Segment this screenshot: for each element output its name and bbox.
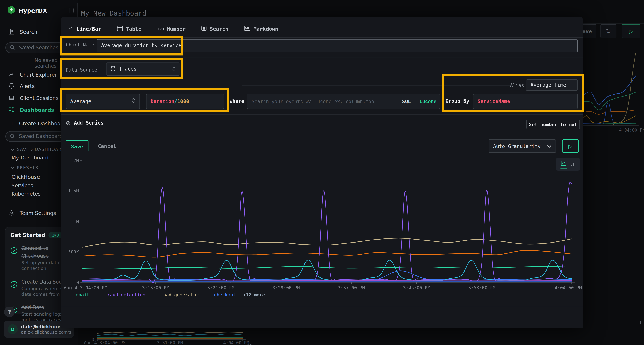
sidebar-collapse-icon[interactable] bbox=[66, 7, 74, 15]
database-icon bbox=[110, 66, 116, 73]
legend-item[interactable]: fraud-detection bbox=[97, 292, 146, 298]
chart-legend: emailfraud-detectionload-generatorchecko… bbox=[68, 292, 265, 298]
row-divider bbox=[61, 57, 583, 58]
get-started-title: Get Started bbox=[10, 232, 45, 238]
series-divider bbox=[242, 85, 513, 86]
data-source-label: Data Source bbox=[66, 67, 97, 73]
tab-line-bar[interactable]: Line/Bar bbox=[66, 20, 103, 37]
tile-resize-handle[interactable] bbox=[636, 318, 641, 326]
granularity-select[interactable]: Auto Granularity bbox=[488, 139, 556, 153]
check-circle-icon bbox=[10, 281, 18, 298]
chart-name-label: Chart Name bbox=[66, 42, 94, 47]
save-button[interactable]: Save bbox=[66, 140, 88, 152]
legend-swatch bbox=[153, 295, 158, 295]
chevron-down-icon bbox=[11, 147, 14, 152]
gear-icon bbox=[8, 210, 15, 216]
tabs-track bbox=[61, 37, 583, 38]
legend-swatch bbox=[97, 295, 102, 295]
sample-events-header[interactable]: Sample Matched Events bbox=[68, 328, 142, 328]
sidebar-item-my-dashboard[interactable]: My Dashboard bbox=[12, 154, 48, 161]
chart-name-input[interactable]: Average duration by service bbox=[96, 39, 578, 52]
svg-text:3:45:00 PM: 3:45:00 PM bbox=[403, 285, 430, 290]
legend-more-link[interactable]: +12 more bbox=[244, 344, 266, 345]
active-tab-underline bbox=[66, 37, 107, 38]
duration-chart[interactable]: 0500K1M1.5M2MAug 4 3:04:00 PM3:13:00 PM3… bbox=[64, 157, 582, 293]
chevron-down-icon bbox=[547, 143, 552, 149]
sql-toggle[interactable]: SQL bbox=[402, 99, 411, 104]
tab-number[interactable]: 123 Number bbox=[156, 20, 187, 37]
run-chart-button[interactable]: ▷ bbox=[562, 139, 579, 153]
refresh-button[interactable]: ↻ bbox=[600, 24, 616, 38]
svg-text:1M: 1M bbox=[74, 219, 79, 224]
cancel-button[interactable]: Cancel bbox=[98, 143, 116, 149]
svg-text:3:53:00 PM: 3:53:00 PM bbox=[468, 285, 496, 290]
legend-swatch bbox=[206, 295, 212, 295]
svg-text:1.5M: 1.5M bbox=[68, 188, 79, 193]
svg-text:3:29:00 PM: 3:29:00 PM bbox=[273, 285, 300, 290]
legend-item: fraud-detection bbox=[107, 344, 154, 345]
legend-item[interactable]: email bbox=[68, 292, 89, 298]
123-icon: 123 bbox=[157, 26, 164, 31]
dashboard-grid-icon bbox=[8, 106, 15, 113]
tab-table[interactable]: Table bbox=[115, 20, 143, 37]
add-series-button[interactable]: ⊕ Add Series bbox=[66, 120, 104, 126]
search-icon bbox=[10, 44, 15, 52]
chevron-down-icon bbox=[11, 165, 14, 170]
alias-input[interactable]: Average Time bbox=[526, 79, 578, 91]
set-number-format-button[interactable]: Set number format bbox=[526, 120, 580, 129]
legend-item[interactable]: load-generator bbox=[153, 292, 199, 298]
section-presets[interactable]: PRESETS bbox=[11, 165, 38, 170]
aggregation-select[interactable]: Average bbox=[66, 94, 140, 109]
laptop-icon bbox=[8, 95, 15, 101]
dashboard-preview-legend: emailfraud-detectionload-generatorchecko… bbox=[81, 344, 266, 345]
svg-text:0: 0 bbox=[76, 280, 79, 285]
legend-swatch bbox=[68, 295, 73, 295]
collapse-chevron-up-icon[interactable] bbox=[569, 328, 574, 328]
select-chevrons-icon bbox=[172, 66, 176, 72]
avatar: D bbox=[8, 324, 18, 334]
app-root: HyperDX Search No saved searches Chart E… bbox=[0, 0, 644, 345]
row-divider bbox=[61, 114, 583, 115]
legend-more-link[interactable]: +12 more bbox=[243, 292, 265, 298]
section-saved-dashboards[interactable]: SAVED DASHBOARDS bbox=[11, 147, 68, 152]
sidebar-item-preset[interactable]: Services bbox=[12, 182, 33, 188]
plus-icon: + bbox=[10, 120, 14, 126]
group-by-input[interactable]: ServiceName bbox=[473, 94, 578, 109]
svg-text:3:21:00 PM: 3:21:00 PM bbox=[207, 285, 234, 290]
get-started-progress-badge: 3/3 bbox=[49, 232, 62, 238]
svg-text:4:04:00 PM: 4:04:00 PM bbox=[619, 128, 644, 133]
text-caret bbox=[182, 43, 182, 48]
app-logo-text: HyperDX bbox=[18, 7, 47, 14]
search-doc-icon bbox=[8, 28, 15, 35]
sidebar-item-preset[interactable]: ClickHouse bbox=[12, 174, 40, 180]
edit-chart-modal: Line/Bar Table 123 Number Search Markdow… bbox=[61, 17, 583, 328]
user-subtitle: dale@clickhouse.com's bbox=[21, 330, 71, 335]
markdown-icon bbox=[244, 25, 250, 32]
svg-text:2M: 2M bbox=[74, 158, 79, 163]
tab-markdown[interactable]: Markdown bbox=[242, 20, 280, 37]
line-chart-icon bbox=[8, 71, 15, 78]
preview-legend-items: emailfraud-detectionload-generatorchecko… bbox=[81, 344, 238, 345]
line-chart-icon bbox=[68, 25, 74, 32]
page-title: My New Dashboard bbox=[81, 9, 146, 17]
lucene-toggle[interactable]: Lucene bbox=[419, 99, 436, 104]
bell-icon bbox=[8, 83, 15, 89]
app-logo[interactable]: HyperDX bbox=[7, 6, 47, 15]
sidebar-item-preset[interactable]: Kubernetes bbox=[12, 191, 40, 197]
legend-item[interactable]: checkout bbox=[206, 292, 236, 298]
topbar-separator bbox=[77, 3, 78, 18]
field-expression-input[interactable]: Duration/1000 bbox=[146, 94, 224, 109]
hyperdx-logo-icon bbox=[7, 6, 15, 15]
help-button[interactable]: ? bbox=[4, 307, 15, 317]
dashboard-run-button[interactable]: ▷ bbox=[622, 24, 640, 38]
plus-circle-icon: ⊕ bbox=[66, 120, 71, 126]
data-source-select[interactable]: Traces bbox=[106, 62, 180, 76]
tab-search[interactable]: Search bbox=[200, 20, 230, 37]
select-chevrons-icon bbox=[132, 98, 135, 104]
query-language-toggle[interactable]: SQL | Lucene bbox=[402, 99, 436, 104]
svg-text:3:13:00 PM: 3:13:00 PM bbox=[142, 285, 169, 290]
dashboard-preview-chart-right: 4:04:00 PM bbox=[583, 52, 644, 133]
legend-items: emailfraud-detectionload-generatorchecko… bbox=[68, 292, 236, 298]
list-icon bbox=[68, 328, 74, 328]
svg-text:Aug 4 3:04:00 PM: Aug 4 3:04:00 PM bbox=[64, 285, 107, 290]
